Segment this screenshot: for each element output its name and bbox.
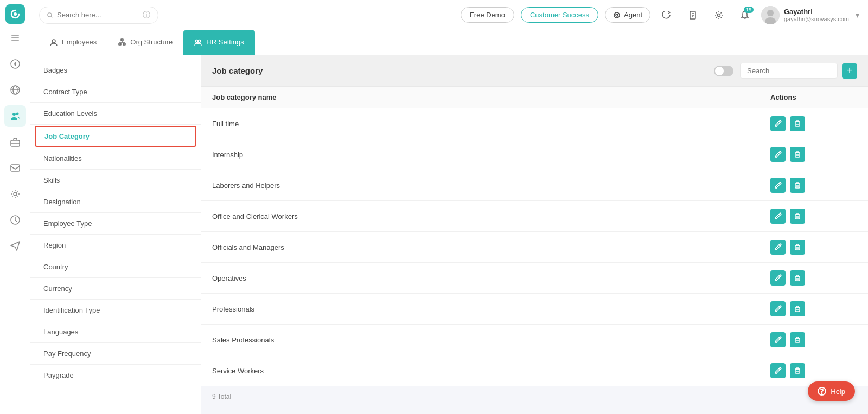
add-button[interactable]: + [842, 63, 857, 79]
delete-button[interactable] [790, 240, 805, 255]
action-icons [770, 363, 857, 378]
sidebar-item-skills[interactable]: Skills [30, 170, 201, 191]
sidebar-item-paygrade[interactable]: Paygrade [30, 365, 201, 386]
app-logo [5, 4, 25, 24]
nav-briefcase-icon[interactable] [4, 131, 26, 153]
search-icon [47, 11, 53, 19]
avatar [761, 6, 780, 24]
edit-button[interactable] [770, 270, 786, 286]
refresh-icon [662, 11, 671, 20]
tab-org-structure[interactable]: Org Structure [107, 30, 183, 55]
action-icons [770, 147, 857, 162]
table-row: Officials and Managers [201, 232, 868, 263]
svg-point-75 [822, 393, 822, 393]
edit-button[interactable] [770, 240, 786, 255]
panel-search-input[interactable] [740, 63, 838, 79]
sidebar-item-badges[interactable]: Badges [30, 60, 201, 81]
svg-rect-31 [123, 43, 125, 45]
delete-button[interactable] [790, 116, 805, 131]
sidebar-item-languages[interactable]: Languages [30, 321, 201, 343]
delete-button[interactable] [790, 332, 805, 347]
help-label: Help [831, 387, 845, 396]
edit-button[interactable] [770, 209, 786, 224]
sidebar-item-nationalities[interactable]: Nationalities [30, 148, 201, 170]
user-profile[interactable]: Gayathri gayathri@snovasys.com ▾ [761, 6, 859, 24]
edit-icon [774, 212, 782, 220]
sidebar-item-pay_frequency[interactable]: Pay Frequency [30, 343, 201, 365]
svg-point-14 [14, 192, 17, 196]
global-search-input[interactable] [57, 11, 138, 19]
svg-rect-13 [11, 165, 20, 171]
delete-icon [794, 367, 801, 374]
top-header: ⓘ Free Demo Customer Success Agent [30, 0, 868, 30]
tab-bar: Employees Org Structure HR Setti [30, 30, 868, 55]
sidebar-item-education_levels[interactable]: Education Levels [30, 103, 201, 125]
svg-point-1 [14, 12, 17, 16]
table-header: Job category name Actions [201, 87, 868, 108]
action-icons [770, 178, 857, 193]
svg-rect-2 [11, 35, 19, 36]
document-button[interactable] [683, 5, 703, 25]
svg-point-37 [198, 40, 201, 42]
delete-button[interactable] [790, 178, 805, 193]
table-row: Laborers and Helpers [201, 170, 868, 201]
expand-sidebar-button[interactable] [8, 30, 23, 46]
toggle-switch[interactable] [714, 66, 733, 76]
sidebar-item-designation[interactable]: Designation [30, 191, 201, 213]
nav-people-icon[interactable] [4, 105, 26, 127]
edit-button[interactable] [770, 116, 786, 131]
svg-point-18 [614, 12, 620, 18]
employees-tab-icon [50, 38, 58, 46]
svg-rect-4 [11, 40, 19, 41]
main-area: ⓘ Free Demo Customer Success Agent [30, 0, 868, 414]
delete-button[interactable] [790, 147, 805, 162]
action-icons [770, 332, 857, 347]
settings-button[interactable] [709, 5, 729, 25]
edit-icon [774, 120, 782, 127]
edit-button[interactable] [770, 178, 786, 193]
nav-mail-icon[interactable] [4, 157, 26, 179]
edit-button[interactable] [770, 363, 786, 378]
sidebar-item-currency[interactable]: Currency [30, 278, 201, 300]
customer-success-button[interactable]: Customer Success [521, 7, 598, 23]
global-search-box[interactable]: ⓘ [39, 7, 158, 24]
user-text: Gayathri gayathri@snovasys.com [784, 8, 849, 22]
hr-settings-tab-label: HR Settings [206, 38, 244, 46]
nav-clock-icon[interactable] [4, 209, 26, 231]
job-category-name: Service Workers [212, 367, 770, 375]
edit-icon [774, 243, 782, 251]
sidebar-item-region[interactable]: Region [30, 235, 201, 256]
tab-hr-settings[interactable]: HR Settings [183, 30, 254, 55]
nav-send-icon[interactable] [4, 235, 26, 257]
svg-point-9 [12, 113, 16, 116]
delete-button[interactable] [790, 209, 805, 224]
edit-button[interactable] [770, 332, 786, 347]
edit-button[interactable] [770, 147, 786, 162]
delete-button[interactable] [790, 363, 805, 378]
notifications-button[interactable]: 15 [735, 5, 755, 25]
refresh-button[interactable] [657, 5, 676, 25]
delete-button[interactable] [790, 270, 805, 286]
sidebar-item-contract_type[interactable]: Contract Type [30, 81, 201, 103]
free-demo-button[interactable]: Free Demo [461, 7, 514, 23]
nav-dashboard-icon[interactable] [4, 53, 26, 75]
edit-button[interactable] [770, 301, 786, 316]
job-category-name: Full time [212, 120, 770, 128]
svg-point-28 [52, 40, 55, 43]
sidebar-item-job_category[interactable]: Job Category [35, 126, 196, 147]
user-dropdown-arrow: ▾ [856, 11, 859, 20]
agent-button[interactable]: Agent [605, 7, 650, 23]
sidebar-item-identification_type[interactable]: Identification Type [30, 300, 201, 321]
delete-button[interactable] [790, 301, 805, 316]
search-info-icon: ⓘ [143, 10, 150, 20]
help-button[interactable]: Help [808, 381, 855, 401]
sidebar-item-employee_type[interactable]: Employee Type [30, 213, 201, 235]
panel-header: Job category + [201, 55, 868, 87]
svg-point-16 [48, 12, 52, 16]
nav-globe-icon[interactable] [4, 79, 26, 101]
sidebar-item-country[interactable]: Country [30, 256, 201, 278]
notification-badge: 15 [744, 7, 754, 13]
nav-settings-icon[interactable] [4, 183, 26, 205]
svg-rect-39 [795, 122, 800, 126]
tab-employees[interactable]: Employees [39, 30, 107, 55]
